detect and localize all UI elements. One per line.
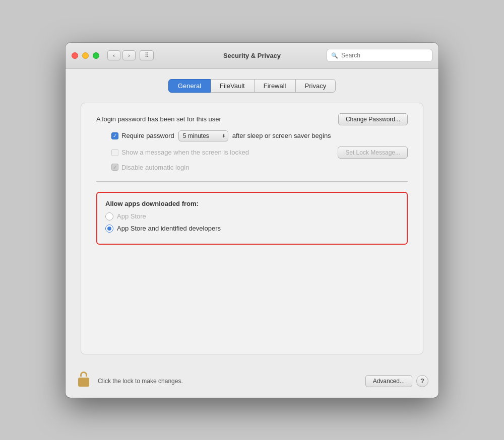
help-button[interactable]: ? [416, 375, 428, 387]
show-message-checkbox[interactable] [111, 149, 118, 156]
password-info-row: A login password has been set for this u… [96, 113, 408, 125]
tab-privacy[interactable]: Privacy [296, 79, 336, 93]
require-password-suffix: after sleep or screen saver begins [232, 132, 331, 139]
disable-auto-login-label: Disable automatic login [121, 164, 189, 171]
close-button[interactable] [72, 52, 78, 59]
app-store-identified-radio-row: App Store and identified developers [105, 225, 399, 233]
lock-shackle [80, 372, 87, 377]
disable-auto-login-row: ✓ Disable automatic login [111, 164, 408, 171]
allow-apps-label: Allow apps downloaded from: [105, 200, 399, 207]
tab-filevault[interactable]: FileVault [211, 79, 255, 93]
allow-apps-section: Allow apps downloaded from: App Store Ap… [96, 192, 408, 245]
show-message-row: Show a message when the screen is locked… [111, 146, 408, 159]
password-timeout-select[interactable]: immediately 5 seconds 1 minute 5 minutes… [178, 130, 228, 141]
back-button[interactable]: ‹ [107, 50, 120, 60]
require-password-row: ✓ Require password immediately 5 seconds… [111, 130, 408, 141]
search-box[interactable]: 🔍 [327, 49, 432, 62]
require-password-checkbox[interactable]: ✓ [111, 132, 118, 139]
app-store-identified-option-label: App Store and identified developers [117, 225, 221, 232]
disable-auto-login-checkbox[interactable]: ✓ [111, 164, 118, 171]
password-timeout-select-wrapper[interactable]: immediately 5 seconds 1 minute 5 minutes… [178, 130, 228, 141]
change-password-button[interactable]: Change Password... [338, 113, 408, 125]
bottom-bar: Click the lock to make changes. Advanced… [66, 364, 438, 398]
show-message-label: Show a message when the screen is locked [121, 149, 249, 156]
tab-firewall[interactable]: Firewall [255, 79, 296, 93]
bottom-buttons: Advanced... ? [365, 375, 428, 387]
section-divider [96, 181, 408, 182]
show-message-checkbox-wrapper: Show a message when the screen is locked [111, 149, 249, 156]
disable-auto-login-wrapper: ✓ Disable automatic login [111, 164, 189, 171]
tab-general[interactable]: General [168, 79, 211, 93]
set-lock-message-button[interactable]: Set Lock Message... [338, 146, 408, 159]
password-info-text: A login password has been set for this u… [96, 115, 221, 123]
require-password-checkbox-wrapper: ✓ Require password [111, 132, 174, 139]
maximize-button[interactable] [93, 52, 99, 59]
grid-button[interactable]: ⠿ [140, 50, 154, 60]
content-area: General FileVault Firewall Privacy A log… [66, 69, 438, 364]
app-window: ‹ › ⠿ Security & Privacy 🔍 General FileV… [66, 43, 438, 398]
app-store-option-label: App Store [117, 212, 146, 220]
minimize-button[interactable] [82, 52, 89, 59]
tab-bar: General FileVault Firewall Privacy [81, 79, 423, 93]
nav-buttons: ‹ › ⠿ [107, 50, 154, 60]
lock-message: Click the lock to make changes. [98, 378, 359, 385]
search-input[interactable] [341, 52, 428, 59]
search-icon: 🔍 [331, 52, 338, 59]
advanced-button[interactable]: Advanced... [365, 375, 412, 387]
require-password-label: Require password [121, 132, 174, 139]
app-store-radio[interactable] [105, 212, 113, 221]
app-store-radio-row: App Store [105, 212, 399, 221]
lock-body [78, 378, 89, 387]
settings-panel: A login password has been set for this u… [81, 103, 423, 354]
titlebar: ‹ › ⠿ Security & Privacy 🔍 [66, 43, 438, 69]
traffic-lights [72, 52, 99, 59]
window-title: Security & Privacy [223, 52, 281, 59]
lock-icon[interactable] [76, 372, 92, 391]
forward-button[interactable]: › [122, 50, 136, 60]
app-store-identified-radio[interactable] [105, 225, 113, 233]
